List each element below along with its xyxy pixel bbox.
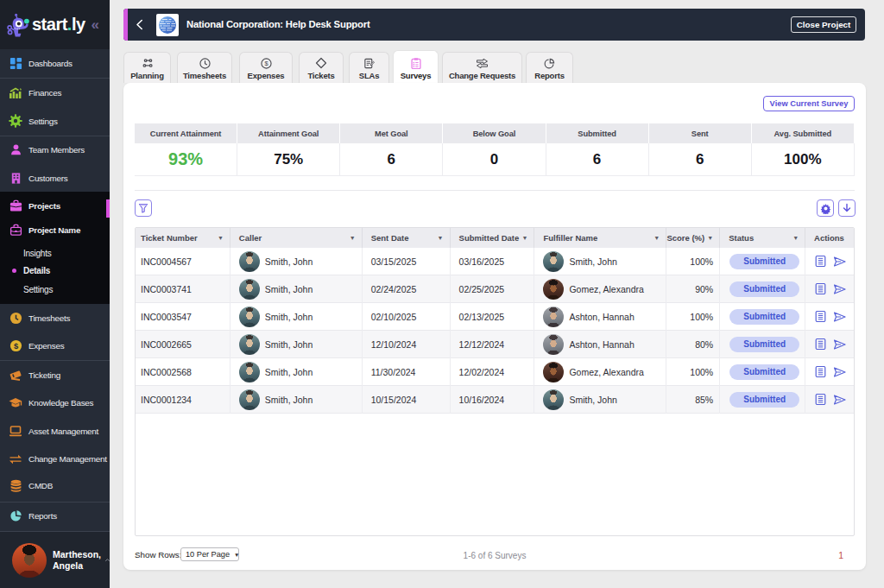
svg-text:$: $ <box>264 60 268 67</box>
